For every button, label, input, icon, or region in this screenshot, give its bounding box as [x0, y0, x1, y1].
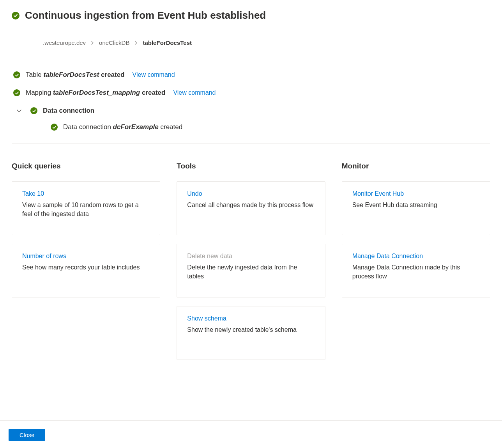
card-monitor-event-hub[interactable]: Monitor Event Hub See Event Hub data str…: [342, 181, 490, 235]
status-connection-created: Data connection dcForExample created: [12, 123, 490, 131]
success-icon: [12, 12, 19, 19]
view-command-link[interactable]: View command: [173, 89, 216, 96]
card-take-10[interactable]: Take 10 View a sample of 10 random rows …: [12, 181, 160, 235]
card-description: See Event Hub data streaming: [352, 200, 480, 209]
card-delete-new-data: Delete new data Delete the newly ingeste…: [177, 244, 325, 297]
success-icon: [51, 124, 58, 131]
status-data-connection: Data connection: [12, 107, 490, 115]
breadcrumb-item[interactable]: .westeurope.dev: [43, 39, 86, 46]
card-title-link[interactable]: Take 10: [22, 190, 150, 197]
close-button[interactable]: Close: [9, 429, 45, 441]
chevron-right-icon: [134, 39, 138, 46]
status-text: Data connection: [43, 107, 94, 115]
card-title-link[interactable]: Manage Data Connection: [352, 253, 480, 260]
quick-queries-column: Quick queries Take 10 View a sample of 1…: [12, 162, 160, 368]
page-header: Continuous ingestion from Event Hub esta…: [12, 9, 490, 21]
status-list: Table tableForDocsTest created View comm…: [12, 71, 490, 131]
card-columns: Quick queries Take 10 View a sample of 1…: [12, 162, 490, 368]
column-title: Tools: [177, 162, 325, 170]
breadcrumb-current: tableForDocsTest: [143, 39, 192, 46]
status-text: Table tableForDocsTest created: [26, 71, 125, 79]
status-text: Mapping tableForDocsTest_mapping created: [26, 89, 165, 97]
divider: [0, 420, 502, 421]
status-text: Data connection dcForExample created: [63, 123, 182, 131]
chevron-right-icon: [90, 39, 94, 46]
card-manage-data-connection[interactable]: Manage Data Connection Manage Data Conne…: [342, 244, 490, 297]
success-icon: [30, 107, 37, 114]
card-description: Show the newly created table's schema: [187, 325, 315, 334]
view-command-link[interactable]: View command: [133, 71, 175, 78]
success-icon: [13, 89, 20, 96]
card-description: Manage Data Connection made by this proc…: [352, 263, 480, 281]
card-title-link[interactable]: Monitor Event Hub: [352, 190, 480, 197]
divider: [12, 143, 490, 144]
card-title-link[interactable]: Show schema: [187, 315, 315, 322]
breadcrumb: .westeurope.dev oneClickDB tableForDocsT…: [43, 39, 490, 46]
card-description: Delete the newly ingested data from the …: [187, 263, 315, 281]
status-table-created: Table tableForDocsTest created View comm…: [12, 71, 490, 79]
footer: Close: [0, 429, 502, 441]
chevron-down-icon[interactable]: [13, 108, 25, 113]
card-number-of-rows[interactable]: Number of rows See how many records your…: [12, 244, 160, 297]
breadcrumb-item[interactable]: oneClickDB: [99, 39, 129, 46]
page-title: Continuous ingestion from Event Hub esta…: [25, 9, 266, 21]
card-show-schema[interactable]: Show schema Show the newly created table…: [177, 306, 325, 360]
card-title-link[interactable]: Undo: [187, 190, 315, 197]
card-title-link[interactable]: Number of rows: [22, 253, 150, 260]
card-description: Cancel all changes made by this process …: [187, 200, 315, 209]
monitor-column: Monitor Monitor Event Hub See Event Hub …: [342, 162, 490, 368]
card-title-disabled: Delete new data: [187, 253, 315, 260]
column-title: Quick queries: [12, 162, 160, 170]
success-icon: [13, 71, 20, 78]
status-mapping-created: Mapping tableForDocsTest_mapping created…: [12, 89, 490, 97]
card-description: View a sample of 10 random rows to get a…: [22, 200, 150, 218]
column-title: Monitor: [342, 162, 490, 170]
card-description: See how many records your table includes: [22, 263, 150, 272]
tools-column: Tools Undo Cancel all changes made by th…: [177, 162, 325, 368]
card-undo[interactable]: Undo Cancel all changes made by this pro…: [177, 181, 325, 235]
